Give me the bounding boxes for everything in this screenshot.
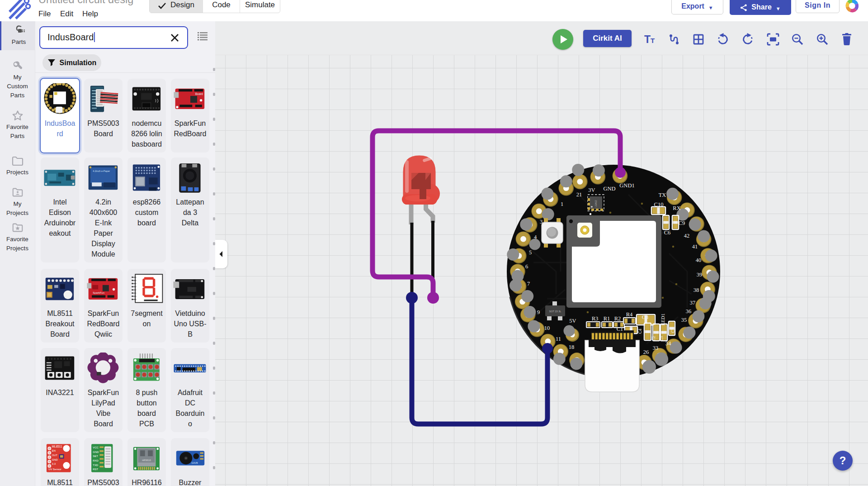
svg-text:4: 4 xyxy=(534,234,537,240)
svg-text:Board: Board xyxy=(195,92,203,95)
svg-text:26: 26 xyxy=(643,349,649,355)
svg-text:10: 10 xyxy=(544,325,550,331)
svg-text:C9: C9 xyxy=(679,220,685,226)
svg-text:38: 38 xyxy=(693,287,699,293)
svg-text:36: 36 xyxy=(686,308,692,314)
svg-text:4.2inch e-Paper: 4.2inch e-Paper xyxy=(93,170,110,172)
svg-text:GND: GND xyxy=(603,186,615,192)
svg-text:9: 9 xyxy=(537,309,540,315)
svg-text:TXD: TXD xyxy=(93,464,98,467)
svg-text:3.3: 3.3 xyxy=(52,462,56,465)
svg-text:TX: TX xyxy=(659,192,666,198)
svg-text:6: 6 xyxy=(525,263,528,270)
svg-text:11: 11 xyxy=(556,336,561,342)
svg-text:LGA12: LGA12 xyxy=(594,200,597,207)
svg-text:VCC: VCC xyxy=(93,446,99,449)
svg-text:GND: GND xyxy=(93,451,99,453)
svg-text:R1: R1 xyxy=(604,315,610,322)
svg-text:LED1: LED1 xyxy=(660,314,665,326)
svg-text:RST: RST xyxy=(93,468,98,471)
svg-text:GND1: GND1 xyxy=(619,182,634,189)
svg-text:GND: GND xyxy=(52,458,57,461)
svg-text:7: 7 xyxy=(527,281,530,287)
svg-text:R4: R4 xyxy=(626,311,633,318)
svg-text:41: 41 xyxy=(692,243,698,250)
svg-text:SOT 23 3L: SOT 23 3L xyxy=(549,310,561,313)
svg-text:OUT: OUT xyxy=(52,454,57,457)
svg-text:C10: C10 xyxy=(654,201,664,208)
svg-text:R3: R3 xyxy=(592,315,599,322)
svg-text:5: 5 xyxy=(529,249,532,256)
svg-text:33: 33 xyxy=(653,345,659,351)
svg-text:C4: C4 xyxy=(638,329,642,334)
svg-text:GAVB: GAVB xyxy=(191,462,198,464)
svg-text:21: 21 xyxy=(576,191,582,198)
svg-text:T: T xyxy=(651,37,655,44)
svg-text:ML8511: ML8511 xyxy=(52,445,62,448)
svg-text:C5: C5 xyxy=(659,336,664,341)
svg-text:37: 37 xyxy=(690,300,696,306)
svg-text:40: 40 xyxy=(696,257,702,263)
svg-text:C3: C3 xyxy=(642,314,649,320)
svg-text:SET: SET xyxy=(93,455,98,457)
svg-text:18: 18 xyxy=(569,344,575,350)
svg-text:SparkFun: SparkFun xyxy=(93,291,104,294)
svg-text:35: 35 xyxy=(681,317,687,323)
svg-text:EN: EN xyxy=(52,449,55,452)
svg-text:C1: C1 xyxy=(617,326,623,332)
svg-text:C6: C6 xyxy=(664,229,671,236)
svg-text:34: 34 xyxy=(665,340,671,347)
svg-text:42: 42 xyxy=(684,233,690,239)
svg-text:5V: 5V xyxy=(569,318,576,324)
svg-text:RX: RX xyxy=(673,205,680,211)
svg-text:1: 1 xyxy=(561,201,563,207)
svg-text:R2: R2 xyxy=(614,315,621,322)
svg-text:T: T xyxy=(644,33,651,45)
svg-text:C2: C2 xyxy=(651,336,656,341)
svg-text:C7: C7 xyxy=(671,328,675,333)
svg-text:39: 39 xyxy=(697,272,703,278)
svg-text:UV Sensor: UV Sensor xyxy=(48,468,61,471)
svg-text:3V: 3V xyxy=(588,187,595,193)
svg-text:RXD: RXD xyxy=(93,459,98,462)
svg-text:3: 3 xyxy=(540,219,542,225)
svg-text:HR9616: HR9616 xyxy=(142,459,151,462)
